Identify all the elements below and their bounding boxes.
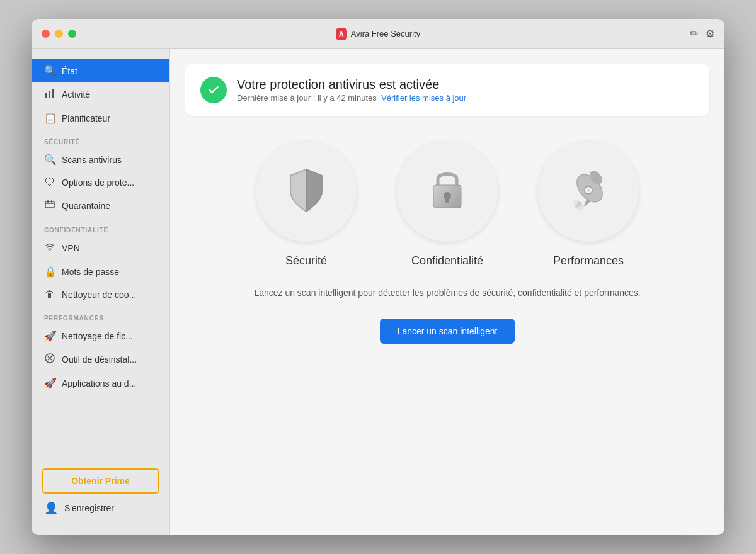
gear-icon[interactable]: ⚙ xyxy=(706,28,714,40)
sidebar-label-activite: Activité xyxy=(62,89,90,99)
sidebar-label-mots: Mots de passe xyxy=(62,267,119,277)
scan-info: Lancez un scan intelligent pour détecter… xyxy=(185,286,709,300)
scan-button-container: Lancer un scan intelligent xyxy=(185,312,709,344)
sidebar-label-nettoyage: Nettoyage de fic... xyxy=(62,331,133,341)
section-label-securite: SÉCURITÉ xyxy=(32,130,169,148)
app-icon: 🚀 xyxy=(44,377,55,389)
wifi-icon xyxy=(44,242,55,254)
sidebar-label-etat: État xyxy=(62,66,77,76)
sidebar-label-scans: Scans antivirus xyxy=(62,155,122,165)
sidebar-item-applications[interactable]: 🚀 Applications au d... xyxy=(32,371,169,395)
status-text: Votre protection antivirus est activée D… xyxy=(237,77,466,103)
scan-icon: 🔍 xyxy=(44,154,55,166)
sidebar-label-outil: Outil de désinstal... xyxy=(62,354,137,365)
titlebar-actions: ✏ ⚙ xyxy=(690,28,714,40)
calendar-icon: 📋 xyxy=(44,112,55,124)
card-performances[interactable]: Performances xyxy=(525,141,651,268)
svg-rect-6 xyxy=(51,200,52,203)
traffic-lights xyxy=(42,30,76,38)
scan-button[interactable]: Lancer un scan intelligent xyxy=(380,319,515,344)
main-content: Votre protection antivirus est activée D… xyxy=(170,49,724,535)
app-window: A Avira Free Security ✏ ⚙ 🔍 État xyxy=(32,19,724,535)
avira-logo-icon: A xyxy=(336,28,347,40)
svg-point-19 xyxy=(571,198,585,212)
card-label-confidentialite: Confidentialité xyxy=(411,254,483,268)
card-securite[interactable]: Sécurité xyxy=(243,141,369,268)
minimize-button[interactable] xyxy=(55,30,63,38)
shield-icon: 🛡 xyxy=(44,177,55,188)
maximize-button[interactable] xyxy=(68,30,76,38)
rocket-icon: 🚀 xyxy=(44,330,55,342)
pen-icon[interactable]: ✏ xyxy=(690,28,698,40)
remove-icon xyxy=(44,353,55,366)
svg-rect-0 xyxy=(45,93,47,98)
sidebar-item-mots-de-passe[interactable]: 🔒 Mots de passe xyxy=(32,260,169,283)
user-icon: 👤 xyxy=(44,501,58,515)
sidebar-label-quarantaine: Quarantaine xyxy=(62,201,110,211)
svg-point-18 xyxy=(587,188,591,193)
titlebar: A Avira Free Security ✏ ⚙ xyxy=(32,19,724,49)
status-title: Votre protection antivirus est activée xyxy=(237,77,466,92)
lock-icon: 🔒 xyxy=(44,266,55,278)
sidebar-label-nettoyeur: Nettoyeur de coo... xyxy=(62,290,136,300)
scan-description: Lancez un scan intelligent pour détecter… xyxy=(210,286,684,300)
search-icon: 🔍 xyxy=(44,65,55,77)
titlebar-center: A Avira Free Security xyxy=(336,28,420,40)
svg-rect-14 xyxy=(445,198,449,203)
sidebar-item-quarantaine[interactable]: Quarantaine xyxy=(32,194,169,218)
card-label-securite: Sécurité xyxy=(285,254,327,268)
section-label-confidentialite: CONFIDENTIALITÉ xyxy=(32,218,169,236)
app-title: Avira Free Security xyxy=(351,29,420,38)
svg-point-7 xyxy=(49,250,50,251)
svg-rect-3 xyxy=(45,201,54,208)
sidebar-label-vpn: VPN xyxy=(62,243,80,253)
close-button[interactable] xyxy=(42,30,50,38)
status-check-icon xyxy=(200,77,227,103)
sidebar: 🔍 État Activité 📋 Planificateur SÉCURI xyxy=(32,49,170,535)
register-item[interactable]: 👤 S'enregistrer xyxy=(42,494,159,515)
quarantine-icon xyxy=(44,200,55,212)
sidebar-item-nettoyage-fic[interactable]: 🚀 Nettoyage de fic... xyxy=(32,324,169,348)
card-circle-securite xyxy=(256,141,357,242)
svg-rect-1 xyxy=(49,91,50,98)
card-label-performances: Performances xyxy=(553,254,624,268)
status-link[interactable]: Vérifier les mises à jour xyxy=(381,93,466,103)
chart-icon xyxy=(44,88,55,101)
sidebar-item-activite[interactable]: Activité xyxy=(32,82,169,106)
section-label-performances: PERFORMANCES xyxy=(32,306,169,324)
prime-button[interactable]: Obtenir Prime xyxy=(42,468,159,494)
status-banner: Votre protection antivirus est activée D… xyxy=(185,64,709,116)
sidebar-label-applications: Applications au d... xyxy=(62,378,136,388)
sidebar-label-options: Options de prote... xyxy=(62,178,134,188)
card-confidentialite[interactable]: Confidentialité xyxy=(384,141,510,268)
sidebar-item-nettoyeur[interactable]: 🗑 Nettoyeur de coo... xyxy=(32,283,169,306)
sidebar-item-scans-antivirus[interactable]: 🔍 Scans antivirus xyxy=(32,148,169,171)
svg-rect-5 xyxy=(47,200,49,203)
sidebar-label-planificateur: Planificateur xyxy=(62,113,110,123)
status-subtitle: Dernière mise à jour : il y a 42 minutes… xyxy=(237,93,466,103)
sidebar-item-options-protection[interactable]: 🛡 Options de prote... xyxy=(32,171,169,194)
sidebar-item-vpn[interactable]: VPN xyxy=(32,236,169,260)
register-label: S'enregistrer xyxy=(64,503,114,513)
svg-rect-2 xyxy=(52,89,54,98)
sidebar-item-etat[interactable]: 🔍 État xyxy=(32,59,169,82)
card-circle-confidentialite xyxy=(397,141,498,242)
sidebar-item-outil-desinstal[interactable]: Outil de désinstal... xyxy=(32,348,169,371)
cards-section: Sécurité xyxy=(185,128,709,274)
card-circle-performances xyxy=(538,141,639,242)
trash-icon: 🗑 xyxy=(44,289,55,300)
sidebar-item-planificateur[interactable]: 📋 Planificateur xyxy=(32,106,169,130)
app-body: 🔍 État Activité 📋 Planificateur SÉCURI xyxy=(32,49,724,535)
sidebar-bottom: Obtenir Prime 👤 S'enregistrer xyxy=(32,458,169,525)
